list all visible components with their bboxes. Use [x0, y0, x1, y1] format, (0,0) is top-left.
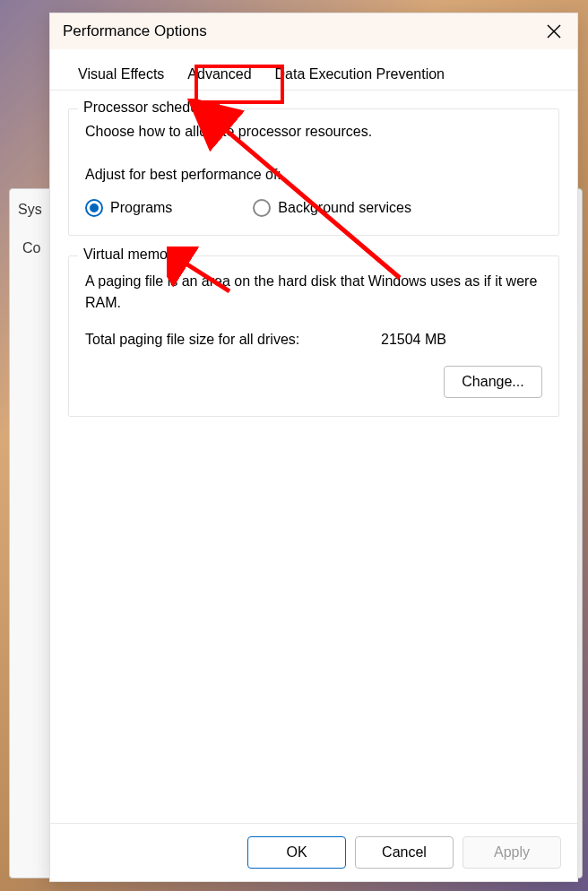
tab-dep[interactable]: Data Execution Prevention: [264, 60, 456, 90]
apply-button[interactable]: Apply: [463, 836, 561, 869]
adjust-label: Adjust for best performance of:: [85, 167, 542, 183]
close-button[interactable]: [545, 22, 563, 40]
cancel-button[interactable]: Cancel: [355, 836, 454, 869]
vm-legend: Virtual memory: [78, 247, 185, 263]
vm-desc: A paging file is an area on the hard dis…: [85, 271, 542, 314]
radio-circle-icon: [85, 199, 103, 217]
vm-total-label: Total paging file size for all drives:: [85, 332, 381, 348]
radio-background-services[interactable]: Background services: [253, 199, 411, 217]
performance-options-dialog: Performance Options Visual Effects Advan…: [49, 13, 578, 882]
vm-total-value: 21504 MB: [381, 332, 446, 348]
change-button[interactable]: Change...: [444, 366, 542, 398]
radio-programs[interactable]: Programs: [85, 199, 172, 217]
ok-button[interactable]: OK: [247, 836, 346, 869]
tab-visual-effects[interactable]: Visual Effects: [66, 60, 176, 90]
processor-scheduling-group: Processor scheduling Choose how to alloc…: [68, 108, 559, 236]
titlebar: Performance Options: [50, 13, 577, 49]
radio-circle-icon: [253, 199, 271, 217]
virtual-memory-group: Virtual memory A paging file is an area …: [68, 255, 559, 417]
tab-advanced[interactable]: Advanced: [176, 60, 263, 90]
dialog-content: Processor scheduling Choose how to alloc…: [50, 91, 577, 823]
bg-tab-partial: Sys: [18, 202, 42, 218]
processor-legend: Processor scheduling: [78, 99, 226, 116]
bg-row-partial: Co: [22, 240, 40, 256]
tab-strip: Visual Effects Advanced Data Execution P…: [50, 49, 577, 91]
close-icon: [545, 22, 563, 40]
radio-background-label: Background services: [278, 200, 411, 216]
radio-programs-label: Programs: [110, 200, 172, 216]
dialog-title: Performance Options: [63, 22, 207, 40]
dialog-footer: OK Cancel Apply: [50, 823, 577, 881]
processor-desc: Choose how to allocate processor resourc…: [85, 124, 542, 140]
